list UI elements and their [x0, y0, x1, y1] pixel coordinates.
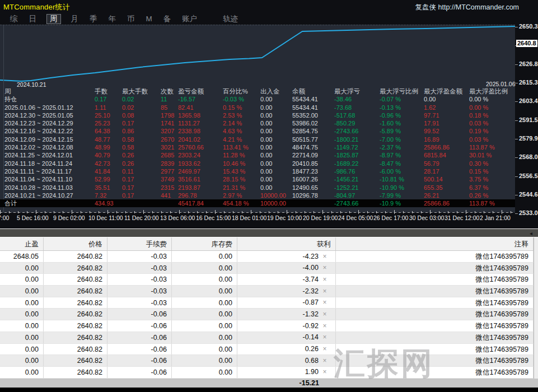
stats-row[interactable]: 2024.12.23 ~ 2024.12.2925.230.1717411131…: [0, 119, 515, 127]
stats-cell: -850.29: [334, 119, 380, 127]
stats-header-row: 周手数最大手数次数盈亏金额百分比%出入金余额最大浮亏最大浮亏比例最大浮盈金额最大…: [0, 87, 515, 95]
stats-cell: 53986.02: [292, 119, 334, 127]
stats-cell: -6.00 %: [380, 167, 424, 175]
trade-cell: -0.03: [107, 274, 172, 285]
stats-cell: 15.43 %: [223, 167, 260, 175]
stats-header-cell: 出入金: [260, 87, 292, 95]
profit-value: -0.92: [303, 320, 319, 332]
trade-row[interactable]: 0.002640.82-0.060.001.90×微信1746395789: [0, 367, 534, 379]
stats-cell: -16.57: [178, 95, 223, 103]
trade-row[interactable]: 0.002640.82-0.030.00-3.74×微信1746395789: [0, 274, 534, 286]
close-icon[interactable]: ×: [319, 251, 331, 262]
trade-row[interactable]: 0.002640.82-0.030.00-2.32×微信1746395789: [0, 286, 534, 297]
scroll-left-arrow-icon[interactable]: ◂: [530, 230, 532, 237]
close-icon[interactable]: ×: [319, 344, 331, 355]
stats-row[interactable]: 持仓0.170.0211-16.57-0.03 %0.0055434.41-38…: [0, 95, 515, 103]
close-icon[interactable]: ×: [319, 320, 331, 332]
stats-row[interactable]: 2024.12.16 ~ 2024.12.2264.380.8632072338…: [0, 127, 515, 135]
stats-row[interactable]: 2024.11.18 ~ 2024.11.2442.730.2628391933…: [0, 160, 515, 167]
price-axis-label: 2615.3: [515, 79, 538, 86]
close-icon[interactable]: ×: [319, 367, 331, 378]
stats-cell: 18477.23: [292, 167, 334, 175]
stats-cell: 52854.75: [292, 127, 334, 135]
menu-item-备[interactable]: 备: [162, 15, 172, 24]
menu-item-币[interactable]: 币: [126, 15, 136, 24]
menu-item-月[interactable]: 月: [70, 15, 80, 24]
stats-cell: 64.38: [95, 127, 122, 135]
time-axis-tick: [224, 211, 224, 213]
stats-row[interactable]: 2025.01.06 ~ 2025.01.121.110.028582.410.…: [0, 104, 515, 111]
stats-header-cell: 最大浮亏比例: [380, 87, 424, 95]
close-icon[interactable]: ×: [319, 332, 331, 343]
trade-row[interactable]: 0.002640.82-0.060.000.26×微信1746395789: [0, 344, 534, 356]
close-icon[interactable]: ×: [319, 309, 331, 320]
stats-cell: -0.13 %: [380, 104, 424, 111]
stats-cell: 持仓: [0, 95, 95, 103]
stats-cell: 0.00: [260, 119, 292, 127]
time-axis-tick: [296, 211, 296, 213]
horizontal-scrollbar[interactable]: ◂: [0, 228, 538, 237]
stats-row[interactable]: 2024.11.11 ~ 2024.11.1741.840.1129772469…: [0, 167, 515, 175]
stats-cell: 113.41 %: [223, 143, 260, 151]
menu-item-季[interactable]: 季: [88, 15, 99, 24]
close-icon[interactable]: ×: [319, 355, 331, 366]
stats-cell: 0.00: [260, 151, 292, 159]
menu-item-年[interactable]: 年: [107, 15, 118, 24]
stats-cell: 0.00: [260, 184, 292, 192]
menu-item-综[interactable]: 综: [9, 15, 19, 24]
profit-value: -2.32: [303, 286, 319, 297]
trade-row[interactable]: 0.002640.82-0.060.00-0.14×微信1746395789: [0, 332, 534, 344]
stats-cell: 11.28 %: [223, 151, 260, 159]
trade-row[interactable]: 0.002640.82-0.030.00-0.87×微信1746395789: [0, 297, 534, 309]
trade-row[interactable]: 2648.052640.82-0.030.00-4.23×微信174639578…: [0, 251, 534, 263]
stats-cell: 28.17: [424, 167, 469, 175]
trade-cell: 微信1746395789: [336, 286, 534, 297]
stats-total-row[interactable]: 合计434.9345417.84454.18 %10000.00-2743.66…: [0, 199, 515, 207]
trade-cell: 微信1746395789: [336, 355, 534, 366]
menu-item-轨迹[interactable]: 轨迹: [222, 15, 239, 24]
stats-cell: 48474.75: [292, 143, 334, 151]
stats-cell: [292, 199, 334, 207]
close-icon[interactable]: ×: [319, 286, 331, 297]
stats-cell: 2303.24: [178, 151, 223, 159]
stats-row[interactable]: 2024.12.02 ~ 2024.12.0848.990.5830212576…: [0, 143, 515, 151]
time-axis-tick: [134, 211, 135, 213]
stats-cell: 0.17: [122, 184, 161, 192]
time-axis-tick: [314, 211, 314, 213]
time-axis-tick: [36, 210, 36, 214]
close-icon[interactable]: ×: [319, 274, 331, 285]
stats-cell: 0.11: [122, 167, 161, 175]
stats-cell: 0.15 %: [469, 167, 515, 175]
menu-item-账户[interactable]: 账户: [181, 15, 198, 24]
trade-row[interactable]: 0.002640.82-0.060.000.68×微信1746395789: [0, 355, 534, 367]
stats-cell: 0.26 %: [469, 192, 515, 199]
stats-cell: 3207: [161, 127, 178, 135]
time-axis-label: 31 Dec 12:00: [445, 214, 479, 221]
current-price-badge: 2640.8: [516, 40, 537, 47]
menu-item-M[interactable]: M: [145, 15, 153, 24]
stats-row[interactable]: 2024.10.21 ~ 2024.10.277.320.17441296.78…: [0, 192, 515, 199]
stats-row[interactable]: 2024.11.25 ~ 2024.12.0140.790.2626852303…: [0, 151, 515, 159]
stats-cell: 12490.65: [292, 184, 334, 192]
trade-row[interactable]: 0.002640.82-0.060.00-1.32×微信1746395789: [0, 309, 534, 320]
stats-row[interactable]: 2024.10.28 ~ 2024.11.0335.510.1723152193…: [0, 184, 515, 192]
mtcommander-window: MTCommander统计 复盘侠 http://MTCommander.com…: [0, 0, 538, 392]
time-axis-label: 2 Jan 21:00: [480, 214, 511, 221]
stats-row[interactable]: 2024.12.09 ~ 2024.12.1548.770.5826702041…: [0, 136, 515, 143]
stats-row[interactable]: 2024.12.30 ~ 2025.01.0525.100.0817981365…: [0, 111, 515, 119]
stats-cell: -1825.87: [334, 151, 380, 159]
trade-cell: 0.00: [0, 309, 44, 320]
time-axis-label: 20 Dec 19:00: [303, 214, 338, 221]
time-axis-tick: [457, 211, 457, 213]
trade-row[interactable]: 0.002640.82-0.060.00-0.92×微信1746395789: [0, 320, 534, 332]
stats-cell: 16007.26: [292, 175, 334, 183]
vertical-scrollbar[interactable]: [534, 237, 538, 379]
stats-row[interactable]: 2024.11.04 ~ 2024.11.1052.990.1737493516…: [0, 175, 515, 183]
close-icon[interactable]: ×: [319, 297, 331, 309]
trade-row[interactable]: 0.002640.82-0.030.00-4.00×微信1746395789: [0, 263, 534, 274]
menu-item-周[interactable]: 周: [46, 14, 61, 24]
menu-item-日[interactable]: 日: [28, 15, 38, 24]
stats-cell: 0.86: [122, 127, 161, 135]
time-axis-tick: [233, 211, 233, 213]
close-icon[interactable]: ×: [319, 263, 331, 274]
